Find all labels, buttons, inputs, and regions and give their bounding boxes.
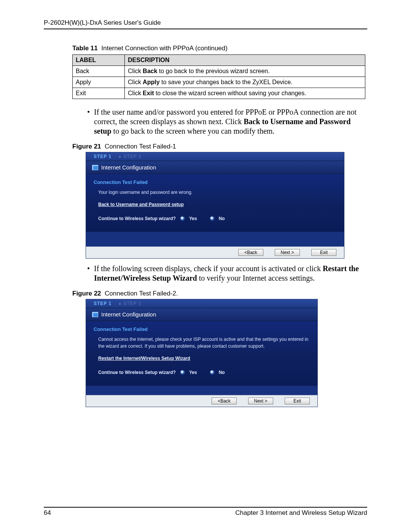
table11-row-label: Back [73,66,125,77]
figure21-label: Figure 21 [72,143,101,150]
table11-header-description: DESCRIPTION [125,55,365,66]
wizard-step-active: STEP 1 [94,301,112,306]
radio-yes-label: Yes [189,216,197,221]
body-bullet: If the following screen displays, check … [94,264,368,283]
wizard-footer: <Back Next > Exit [86,395,317,407]
figure22-text: Connection Test Failed-2. [105,290,178,297]
wizard-title-bar: Internet Configuration [86,161,344,174]
wizard-message: Cannot access the Internet, please check… [94,335,310,354]
table-row: Exit Click Exit to close the wizard scre… [73,88,365,99]
figure21-caption: Figure 21 Connection Test Failed-1 [72,143,367,150]
table-row: Back Click Back to go back to the previo… [73,66,365,77]
wizard-message: Your login username and password are wro… [94,188,336,200]
wizard-screenshot-2: STEP 1 ▸ STEP 2 Internet Configuration C… [86,299,318,407]
wizard-step-bar: STEP 1 ▸ STEP 2 [86,299,317,308]
table-row: Apply Click Apply to save your changes b… [73,77,365,88]
restart-wizard-link[interactable]: Restart the Internet/Wireless Setup Wiza… [98,356,190,361]
figure21-text: Connection Test Failed-1 [105,143,176,150]
chapter-title: Chapter 3 Internet and Wireless Setup Wi… [235,509,367,517]
wizard-stripes [86,232,344,246]
table11-row-label: Apply [73,77,125,88]
exit-button[interactable]: Exit [285,398,310,404]
wireless-continue-label: Continue to Wireless Setup wizard? [98,370,176,375]
table11-caption-text: Internet Connection with PPPoA (continue… [101,45,228,52]
back-button[interactable]: <Back [238,249,263,256]
page-header: P-2602H(W)(L)-DxA Series User's Guide [44,19,367,29]
table11: LABEL DESCRIPTION Back Click Back to go … [72,54,365,99]
radio-no[interactable] [209,216,215,221]
wizard-stripes [86,386,317,395]
radio-yes-label: Yes [189,370,197,375]
radio-yes[interactable] [180,216,185,221]
wizard-fail-heading: Connection Test Failed [94,325,310,335]
wizard-step-dim: ▸ STEP 2 [119,301,141,306]
page-footer: 64 Chapter 3 Internet and Wireless Setup… [44,507,367,517]
radio-no-label: No [219,216,225,221]
next-button[interactable]: Next > [275,249,300,256]
back-button[interactable]: <Back [212,398,237,404]
next-button[interactable]: Next > [248,398,273,404]
figure22-label: Figure 22 [72,290,101,297]
config-icon [92,165,98,170]
wizard-fail-heading: Connection Test Failed [94,178,336,188]
wizard-step-bar: STEP 1 ▸ STEP 2 [86,152,344,161]
table11-row-desc: Click Exit to close the wizard screen wi… [125,88,365,99]
wizard-step-active: STEP 1 [94,154,112,159]
wizard-title: Internet Configuration [101,164,156,171]
radio-no[interactable] [209,369,215,375]
table11-row-desc: Click Apply to save your changes back to… [125,77,365,88]
wizard-screenshot-1: STEP 1 ▸ STEP 2 Internet Configuration C… [86,152,344,259]
body-bullet: If the user name and/or password you ent… [94,107,368,136]
radio-yes[interactable] [180,369,185,375]
table11-header-label: LABEL [73,55,125,66]
exit-button[interactable]: Exit [311,249,336,256]
table11-caption: Table 11 Internet Connection with PPPoA … [72,45,367,52]
back-to-username-link[interactable]: Back to Username and Password setup [98,202,184,207]
wizard-footer: <Back Next > Exit [86,246,344,258]
table11-caption-label: Table 11 [72,45,98,52]
page-number: 64 [44,509,51,517]
wizard-step-dim: ▸ STEP 2 [119,154,141,159]
radio-no-label: No [219,370,225,375]
config-icon [92,312,98,317]
figure22-caption: Figure 22 Connection Test Failed-2. [72,290,367,297]
table11-row-label: Exit [73,88,125,99]
wizard-title: Internet Configuration [101,311,156,318]
wizard-body: Connection Test Failed Cannot access the… [86,321,317,386]
wizard-body: Connection Test Failed Your login userna… [86,174,344,232]
table11-row-desc: Click Back to go back to the previous wi… [125,66,365,77]
wireless-continue-label: Continue to Wireless Setup wizard? [98,216,176,221]
wizard-title-bar: Internet Configuration [86,308,317,321]
